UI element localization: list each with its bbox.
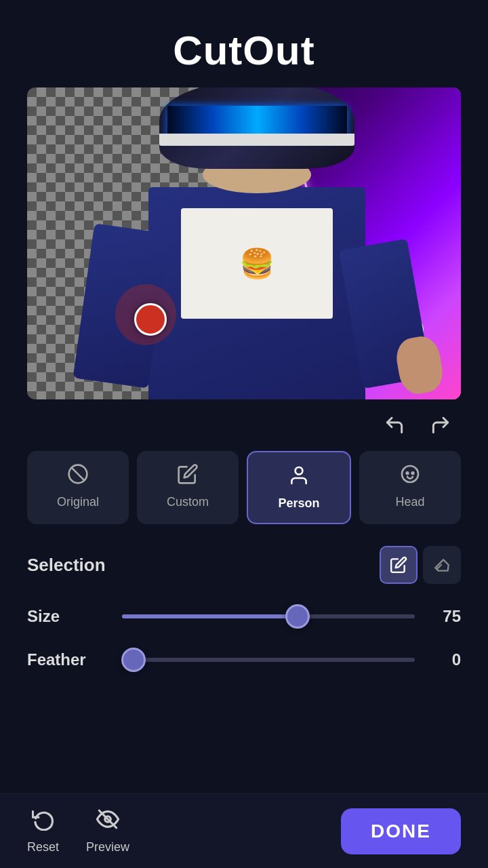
person-icon xyxy=(288,465,310,490)
redo-icon xyxy=(430,414,451,436)
svg-point-5 xyxy=(412,472,414,474)
selection-row: Selection xyxy=(0,538,488,600)
undo-icon xyxy=(384,414,405,436)
reset-label: Reset xyxy=(27,840,59,854)
person-label: Person xyxy=(278,496,319,511)
feather-label: Feather xyxy=(27,650,108,669)
person-figure: 🍔 xyxy=(148,87,365,399)
feather-slider-row: Feather 0 xyxy=(0,644,488,676)
custom-label: Custom xyxy=(167,495,209,509)
size-slider-row: Size 75 xyxy=(0,600,488,633)
custom-icon xyxy=(177,463,199,488)
header: CutOut xyxy=(0,0,488,87)
head-label: Head xyxy=(395,495,424,509)
size-label: Size xyxy=(27,607,108,626)
mode-btn-custom[interactable]: Custom xyxy=(137,451,239,524)
feather-value: 0 xyxy=(428,650,461,669)
vr-helmet xyxy=(159,87,354,169)
helmet-band xyxy=(159,134,354,146)
mode-btn-person[interactable]: Person xyxy=(247,451,351,524)
svg-point-4 xyxy=(407,472,409,474)
shirt-graphic: 🍔 xyxy=(181,208,333,319)
preview-label: Preview xyxy=(86,840,129,854)
size-slider-track[interactable] xyxy=(122,614,415,618)
svg-line-1 xyxy=(72,468,85,481)
selection-tools xyxy=(380,546,461,584)
done-button[interactable]: DONE xyxy=(341,808,461,854)
preview-icon xyxy=(96,808,119,836)
shirt: 🍔 xyxy=(148,187,365,399)
mode-btn-head[interactable]: Head xyxy=(359,451,461,524)
preview-button[interactable]: Preview xyxy=(86,808,129,854)
original-label: Original xyxy=(57,495,99,509)
reset-button[interactable]: Reset xyxy=(27,808,59,854)
original-icon xyxy=(67,463,89,488)
reset-icon xyxy=(32,808,55,836)
brush-cursor[interactable] xyxy=(134,303,167,336)
redo-button[interactable] xyxy=(426,410,455,440)
mode-selector: Original Custom Person xyxy=(0,446,488,538)
pen-tool-button[interactable] xyxy=(380,546,418,584)
feather-slider-thumb[interactable] xyxy=(121,648,146,672)
mode-btn-original[interactable]: Original xyxy=(27,451,129,524)
bottom-actions: Reset Preview xyxy=(27,808,129,854)
head-icon xyxy=(399,463,421,488)
pen-icon xyxy=(390,556,407,574)
undo-button[interactable] xyxy=(380,410,409,440)
bottom-bar: Reset Preview DONE xyxy=(0,793,488,868)
size-value: 75 xyxy=(428,607,461,626)
feather-slider-track[interactable] xyxy=(122,658,415,662)
erase-tool-button[interactable] xyxy=(423,546,461,584)
size-slider-fill xyxy=(122,614,298,618)
svg-point-3 xyxy=(402,466,418,482)
selection-label: Selection xyxy=(27,555,106,576)
undo-redo-toolbar xyxy=(0,399,488,446)
canvas-area[interactable]: 🍔 xyxy=(27,87,461,399)
app-title: CutOut xyxy=(173,28,314,73)
eraser-icon xyxy=(433,556,451,574)
svg-point-2 xyxy=(296,467,303,475)
size-slider-thumb[interactable] xyxy=(285,604,310,629)
